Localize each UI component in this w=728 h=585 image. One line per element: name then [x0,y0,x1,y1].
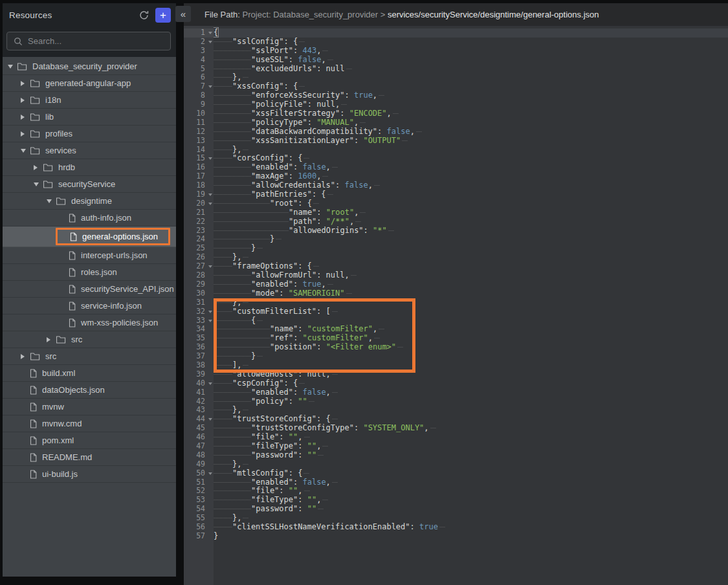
indent-guide [214,487,251,496]
tree-item-content: services [21,146,76,155]
invisible-eol-marker [243,73,248,82]
code-line: "policy": "" [214,397,728,406]
code-editor[interactable]: 1234567891011121314151617181920212223242… [184,26,728,585]
gutter-line-number: 52 [184,487,214,496]
folder-icon [17,62,27,71]
gutter-line-number: 6 [184,73,214,82]
fold-arrow-icon[interactable] [208,32,212,34]
indent-guide [214,388,251,397]
tree-item-build-xml[interactable]: build.xml [3,365,176,382]
fold-arrow-icon[interactable] [208,203,212,205]
code-line: "cspConfig": { [214,379,728,388]
code-token: "allowCredentials" [251,181,335,190]
indent-guide [214,118,251,127]
tree-item-securityservice-api-json[interactable]: securityService_API.json [3,281,176,298]
tree-item-designtime[interactable]: designtime [3,193,176,210]
tree-item-mvnw[interactable]: mvnw [3,399,176,415]
file-path-file: services/securityService/designtime/gene… [388,10,599,19]
tree-item-label: auth-info.json [81,213,131,223]
fold-arrow-icon[interactable] [208,193,212,196]
panel-horizontal-scrollbar[interactable] [0,577,184,585]
gutter-line-number: 3 [184,47,214,56]
invisible-eol-marker [322,172,328,181]
tree-expand-toggle[interactable] [47,337,56,342]
tree-item-auth-info-json[interactable]: auth-info.json [3,210,176,226]
code-line: }, [214,298,728,307]
code-token: }, [232,145,241,154]
code-token: "root" [326,208,354,217]
tree-item-i18n[interactable]: i18n [3,92,176,109]
tree-item-readme-md[interactable]: README.md [3,449,176,466]
gutter-line-number: 29 [184,280,214,289]
tree-item-pom-xml[interactable]: pom.xml [3,432,176,449]
tree-item-mvnw-cmd[interactable]: mvnw.cmd [3,415,176,432]
code-token: , [354,208,358,217]
fold-arrow-icon[interactable] [208,418,212,421]
tree-item-securityservice[interactable]: securityService [3,176,176,193]
tree-item-service-info-json[interactable]: service-info.json [3,298,176,315]
tree-item-profiles[interactable]: profiles [3,126,176,142]
fold-arrow-icon[interactable] [208,472,212,475]
tree-expand-toggle[interactable] [47,199,56,203]
tree-expand-toggle[interactable] [21,98,30,103]
tree-item-hrdb[interactable]: hrdb [3,159,176,176]
add-resource-button[interactable]: + [155,8,171,23]
folder-icon [30,79,40,87]
indent-guide [214,361,232,370]
indent-guide [214,514,232,523]
tree-item-label: mvnw [42,402,64,412]
tree-item-dataobjects-json[interactable]: dataObjects.json [3,382,176,399]
tree-item-label: intercept-urls.json [81,250,148,260]
tree-expand-toggle[interactable] [21,115,30,120]
tree-item-services[interactable]: services [3,142,176,159]
tree-expand-toggle[interactable] [8,65,17,69]
panel-vertical-scrollbar[interactable] [176,0,184,585]
code-line: "file": "", [214,433,728,442]
tree-expand-toggle[interactable] [34,165,43,170]
tree-item-wm-xss-policies-json[interactable]: wm-xss-policies.json [3,315,176,331]
tree-item-roles-json[interactable]: roles.json [3,264,176,281]
tree-item-generated-angular-app[interactable]: generated-angular-app [3,75,176,92]
fold-arrow-icon[interactable] [208,85,212,88]
indent-guide [214,469,232,478]
code-line: }, [214,460,728,469]
tree-item-src[interactable]: src [3,331,176,348]
tree-item-database-security-provider[interactable]: Database_security_provider [3,58,176,75]
tree-item-src[interactable]: src [3,348,176,365]
fold-arrow-icon[interactable] [208,41,212,43]
invisible-eol-marker [299,38,305,47]
code-token: "/**" [326,217,349,226]
tree-expand-toggle[interactable] [21,81,30,86]
tree-item-general-options-json[interactable]: general-options.json [3,226,176,247]
indent-guide [214,442,251,451]
fold-arrow-icon[interactable] [208,265,212,268]
fold-arrow-icon[interactable] [208,382,212,385]
code-token: : [ [316,307,331,316]
tree-expand-toggle[interactable] [21,354,30,359]
code-token: : { [283,82,298,91]
gutter-line-number: 9 [184,100,214,109]
indent-guide [214,271,251,280]
code-token: : [279,486,288,495]
tree-item-lib[interactable]: lib [3,109,176,126]
fold-arrow-icon[interactable] [208,320,212,322]
tree-item-label: src [71,335,82,344]
tree-expand-toggle[interactable] [21,131,30,137]
refresh-button[interactable] [137,8,151,22]
code-line: "pathEntries": { [214,190,728,199]
gutter-line-number: 56 [184,523,214,532]
collapse-panel-button[interactable]: « [175,6,191,22]
search-input[interactable]: Search... [6,32,171,50]
tree-expand-toggle[interactable] [21,149,30,153]
tree-expand-toggle[interactable] [34,182,43,186]
tree-item-ui-build-js[interactable]: ui-build.js [3,466,176,483]
indent-guide [214,262,232,271]
fold-arrow-icon[interactable] [208,157,212,160]
tree-item-content: Database_security_provider [8,61,137,71]
code-token: "xssSanitizationLayer" [251,136,354,145]
fold-arrow-icon[interactable] [208,311,212,313]
tree-item-intercept-urls-json[interactable]: intercept-urls.json [3,247,176,264]
code-token: , [345,270,349,280]
code-token: "file" [251,486,279,495]
gutter-line-number: 45 [184,424,214,433]
